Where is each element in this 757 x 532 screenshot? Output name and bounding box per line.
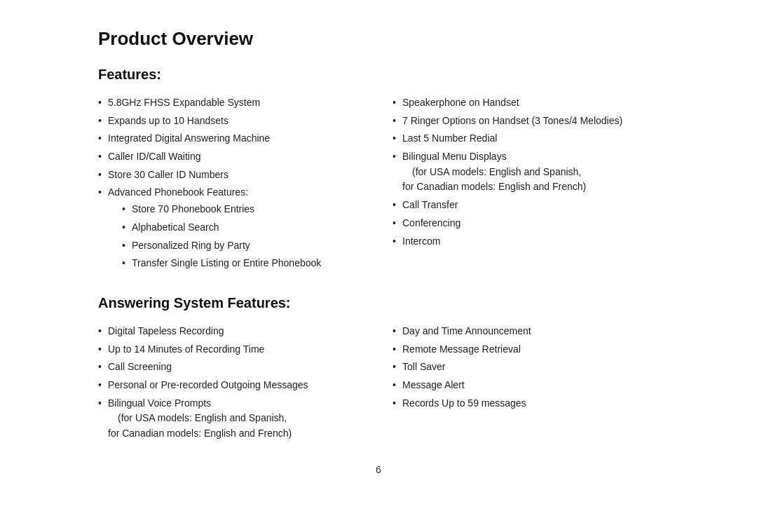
indent-text: (for USA models: English and Spanish, fo… [108,412,292,439]
answering-right-col: Day and Time Announcement Remote Message… [393,322,659,443]
list-item: Digital Tapeless Recording [98,322,364,341]
list-item: 7 Ringer Options on Handset (3 Tones/4 M… [393,112,659,130]
features-columns: 5.8GHz FHSS Expandable System Expands up… [98,94,659,274]
answering-left-list: Digital Tapeless Recording Up to 14 Minu… [98,322,364,443]
answering-columns: Digital Tapeless Recording Up to 14 Minu… [98,322,659,443]
list-item: Store 30 Caller ID Numbers [98,166,364,184]
list-item: Bilingual Voice Prompts (for USA models:… [98,395,364,443]
features-section: Features: 5.8GHz FHSS Expandable System … [98,67,659,274]
list-item: Personal or Pre-recorded Outgoing Messag… [98,376,364,395]
list-item: Remote Message Retrieval [393,341,659,359]
list-item: Message Alert [393,376,659,395]
list-item: Conferencing [393,214,659,233]
list-item: Call Screening [98,358,364,376]
list-item: Advanced Phonebook Features: Store 70 Ph… [98,184,364,273]
answering-heading: Answering System Features: [98,295,659,311]
page-container: Product Overview Features: 5.8GHz FHSS E… [63,0,694,503]
features-left-list: 5.8GHz FHSS Expandable System Expands up… [98,94,364,274]
list-item: Call Transfer [393,196,659,214]
answering-left-col: Digital Tapeless Recording Up to 14 Minu… [98,322,364,443]
list-item: Store 70 Phonebook Entries [122,200,364,219]
list-item: Day and Time Announcement [393,322,659,341]
indent-text: (for USA models: English and Spanish, fo… [402,166,586,193]
page-title: Product Overview [98,28,659,50]
sub-list: Store 70 Phonebook Entries Alphabetical … [108,200,364,273]
list-item: Last 5 Number Redial [393,130,659,148]
list-item: Intercom [393,233,659,251]
list-item: Bilingual Menu Displays (for USA models:… [393,148,659,196]
answering-section: Answering System Features: Digital Tapel… [98,295,659,443]
features-heading: Features: [98,67,659,83]
list-item: Transfer Single Listing or Entire Phoneb… [122,254,364,273]
list-item: Speakerphone on Handset [393,94,659,112]
list-item: Toll Saver [393,358,659,376]
list-item: Expands up to 10 Handsets [98,112,364,130]
list-item: Alphabetical Search [122,219,364,237]
list-item: Records Up to 59 messages [393,395,659,413]
list-item: Personalized Ring by Party [122,237,364,255]
list-item: Caller ID/Call Waiting [98,148,364,166]
list-item: Integrated Digital Answering Machine [98,130,364,148]
list-item: Up to 14 Minutes of Recording Time [98,341,364,359]
features-right-col: Speakerphone on Handset 7 Ringer Options… [393,94,659,274]
page-number: 6 [98,464,659,475]
features-right-list: Speakerphone on Handset 7 Ringer Options… [393,94,659,250]
features-left-col: 5.8GHz FHSS Expandable System Expands up… [98,94,364,274]
answering-right-list: Day and Time Announcement Remote Message… [393,322,659,412]
list-item: 5.8GHz FHSS Expandable System [98,94,364,112]
